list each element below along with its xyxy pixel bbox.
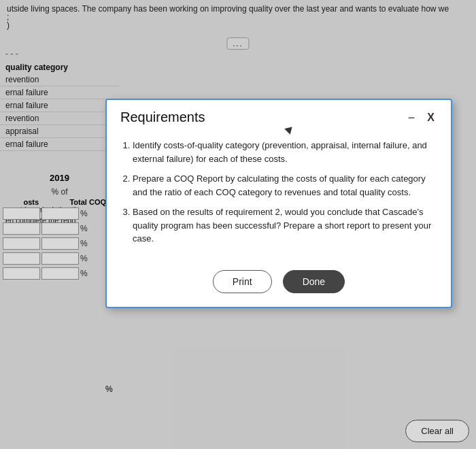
modal-body: Identify costs-of-quality category (prev… <box>107 132 451 263</box>
modal-controls: − X <box>405 112 437 124</box>
print-button[interactable]: Print <box>213 270 272 293</box>
modal-minimize-button[interactable]: − <box>405 112 418 124</box>
requirement-item-3: Based on the results of requirement 2, w… <box>133 205 437 246</box>
modal-title: Requirements <box>120 110 205 125</box>
modal-footer: Print Done <box>107 263 451 307</box>
requirement-item-2: Prepare a COQ Report by calculating the … <box>133 172 437 199</box>
requirements-list: Identify costs-of-quality category (prev… <box>120 139 437 246</box>
requirement-item-1: Identify costs-of-quality category (prev… <box>133 139 437 165</box>
requirements-modal: Requirements − X Identify costs-of-quali… <box>105 99 452 308</box>
modal-header: Requirements − X <box>107 100 451 132</box>
done-button[interactable]: Done <box>283 270 345 293</box>
modal-close-button[interactable]: X <box>424 112 437 124</box>
